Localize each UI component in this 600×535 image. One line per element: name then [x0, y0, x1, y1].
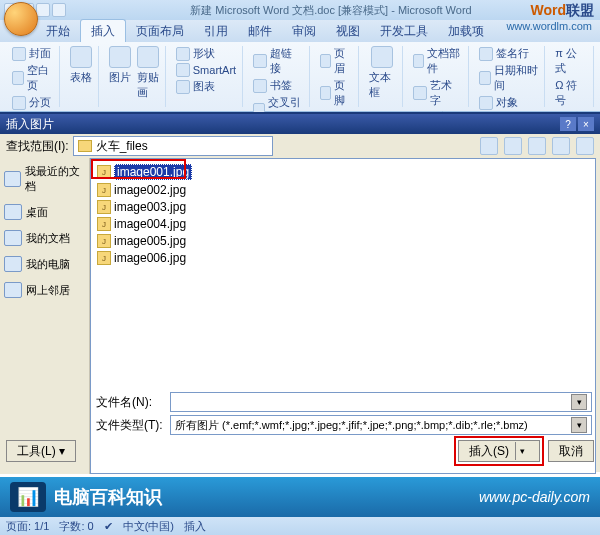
status-mode[interactable]: 插入	[184, 519, 206, 534]
lookin-combo[interactable]: 火车_files	[73, 136, 273, 156]
textbox-button[interactable]: 文本框	[369, 46, 396, 100]
filename-input[interactable]: ▾	[170, 392, 592, 412]
filetype-select[interactable]: 所有图片 (*.emf;*.wmf;*.jpg;*.jpeg;*.jfif;*.…	[170, 415, 592, 435]
link-icon	[253, 54, 267, 68]
help-icon[interactable]: ?	[560, 117, 576, 131]
page-break-button[interactable]: 分页	[12, 95, 53, 110]
status-lang[interactable]: 中文(中国)	[123, 519, 174, 534]
tab-addins[interactable]: 加载项	[438, 20, 494, 42]
computer-icon	[4, 256, 22, 272]
wordart-button[interactable]: 艺术字	[413, 78, 463, 108]
tab-layout[interactable]: 页面布局	[126, 20, 194, 42]
site-banner: 📊 电脑百科知识 www.pc-daily.com	[0, 477, 600, 517]
insert-picture-dialog: 插入图片 ? × 查找范围(I): 火车_files 我最近的文档 桌面	[0, 112, 600, 472]
jpg-icon: J	[97, 234, 111, 248]
picture-button[interactable]: 图片	[109, 46, 131, 100]
chevron-down-icon[interactable]: ▾	[571, 394, 587, 410]
shapes-icon	[176, 47, 190, 61]
title-bar: 新建 Microsoft Word 文档.doc [兼容模式] - Micros…	[0, 0, 600, 20]
tab-references[interactable]: 引用	[194, 20, 238, 42]
clipart-button[interactable]: 剪贴画	[137, 46, 159, 100]
blank-page-button[interactable]: 空白页	[12, 63, 53, 93]
chart-button[interactable]: 图表	[176, 79, 236, 94]
status-proofing-icon[interactable]: ✔	[104, 520, 113, 533]
footer-button[interactable]: 页脚	[320, 78, 352, 108]
equation-button[interactable]: π 公式	[555, 46, 587, 76]
desktop-icon	[4, 204, 22, 220]
file-item[interactable]: Jimage004.jpg	[95, 216, 591, 232]
tab-insert[interactable]: 插入	[80, 19, 126, 42]
quickparts-button[interactable]: 文档部件	[413, 46, 463, 76]
tab-view[interactable]: 视图	[326, 20, 370, 42]
cover-page-button[interactable]: 封面	[12, 46, 53, 61]
tab-review[interactable]: 审阅	[282, 20, 326, 42]
cancel-button[interactable]: 取消	[548, 440, 594, 462]
place-recent[interactable]: 我最近的文档	[4, 164, 85, 194]
file-item[interactable]: Jimage006.jpg	[95, 250, 591, 266]
bookmark-button[interactable]: 书签	[253, 78, 303, 93]
recent-icon	[4, 171, 21, 187]
redo-icon[interactable]	[36, 3, 50, 17]
tab-mailings[interactable]: 邮件	[238, 20, 282, 42]
sig-icon	[479, 47, 493, 61]
textbox-icon	[371, 46, 393, 68]
annotation-highlight: 插入(S)▾	[454, 436, 544, 466]
header-button[interactable]: 页眉	[320, 46, 352, 76]
dialog-titlebar: 插入图片 ? ×	[0, 114, 600, 134]
status-words[interactable]: 字数: 0	[59, 519, 93, 534]
sigline-button[interactable]: 签名行	[479, 46, 538, 61]
network-icon	[4, 282, 22, 298]
insert-button[interactable]: 插入(S)▾	[458, 440, 540, 462]
footer-icon	[320, 86, 331, 100]
hyperlink-button[interactable]: 超链接	[253, 46, 303, 76]
file-item[interactable]: Jimage002.jpg	[95, 182, 591, 198]
symbol-button[interactable]: Ω 符号	[555, 78, 587, 108]
place-computer[interactable]: 我的电脑	[4, 256, 85, 272]
chevron-down-icon[interactable]: ▾	[571, 417, 587, 433]
bookmark-icon	[253, 79, 267, 93]
banner-url: www.pc-daily.com	[479, 489, 590, 505]
quickparts-icon	[413, 54, 425, 68]
file-item[interactable]: Jimage001.jpg	[95, 163, 591, 181]
banner-text: 电脑百科知识	[54, 485, 162, 509]
folder-icon	[78, 140, 92, 152]
chevron-down-icon[interactable]: ▾	[515, 442, 529, 460]
smartart-icon	[176, 63, 190, 77]
header-icon	[320, 54, 331, 68]
newfolder-icon[interactable]	[552, 137, 570, 155]
cover-icon	[12, 47, 26, 61]
back-icon[interactable]	[480, 137, 498, 155]
ribbon: 封面 空白页 分页 表格 图片 剪贴画 形状 SmartArt 图表 超链接 书	[0, 42, 600, 112]
place-desktop[interactable]: 桌面	[4, 204, 85, 220]
shapes-button[interactable]: 形状	[176, 46, 236, 61]
break-icon	[12, 96, 26, 110]
jpg-icon: J	[97, 217, 111, 231]
date-icon	[479, 71, 491, 85]
file-item[interactable]: Jimage003.jpg	[95, 199, 591, 215]
status-page[interactable]: 页面: 1/1	[6, 519, 49, 534]
tab-home[interactable]: 开始	[36, 20, 80, 42]
place-network[interactable]: 网上邻居	[4, 282, 85, 298]
status-bar: 页面: 1/1 字数: 0 ✔ 中文(中国) 插入	[0, 517, 600, 535]
tools-button[interactable]: 工具(L) ▾	[6, 440, 76, 462]
watermark-url: www.wordlm.com	[506, 20, 592, 32]
place-documents[interactable]: 我的文档	[4, 230, 85, 246]
file-item[interactable]: Jimage005.jpg	[95, 233, 591, 249]
office-button[interactable]	[4, 2, 38, 36]
table-button[interactable]: 表格	[70, 46, 92, 85]
smartart-button[interactable]: SmartArt	[176, 63, 236, 77]
print-icon[interactable]	[52, 3, 66, 17]
datetime-button[interactable]: 日期和时间	[479, 63, 538, 93]
delete-icon[interactable]	[528, 137, 546, 155]
jpg-icon: J	[97, 251, 111, 265]
up-icon[interactable]	[504, 137, 522, 155]
jpg-icon: J	[97, 200, 111, 214]
filetype-label: 文件类型(T):	[96, 417, 166, 434]
close-icon[interactable]: ×	[578, 117, 594, 131]
watermark-logo: Word联盟	[530, 2, 594, 20]
views-icon[interactable]	[576, 137, 594, 155]
clipart-icon	[137, 46, 159, 68]
tab-developer[interactable]: 开发工具	[370, 20, 438, 42]
object-button[interactable]: 对象	[479, 95, 538, 110]
picture-icon	[109, 46, 131, 68]
